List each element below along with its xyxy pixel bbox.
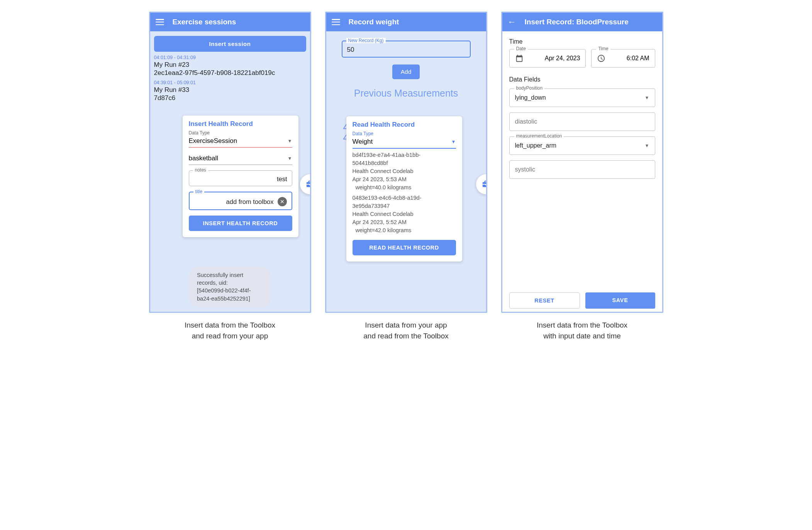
systolic-field[interactable]: systolic xyxy=(509,160,655,179)
exercise-type-value: basketball xyxy=(189,155,219,162)
toolbox-icon xyxy=(306,180,311,189)
toolbox-fab[interactable] xyxy=(300,174,311,194)
toast: Successfully insert records, uid: [540e0… xyxy=(190,267,270,307)
diastolic-placeholder: diastolic xyxy=(515,118,649,125)
appbar: Exercise sessions xyxy=(150,13,310,31)
exercise-type-select[interactable]: basketball ▼ xyxy=(189,153,292,165)
data-type-value: ExerciseSession xyxy=(189,137,237,145)
appbar: Record weight xyxy=(326,13,486,31)
data-type-label: Data Type xyxy=(189,130,292,136)
reset-button[interactable]: RESET xyxy=(509,292,580,309)
card-title: Insert Health Record xyxy=(189,120,292,128)
data-type-select[interactable]: ExerciseSession ▼ xyxy=(189,136,292,148)
appbar-title: Insert Record: BloodPressure xyxy=(525,18,629,26)
record-list: bd4f193e-e7a4-41aa-b1bb-50441b8cd8bf Hea… xyxy=(353,151,456,234)
data-type-value: Weight xyxy=(353,138,373,146)
notes-value: test xyxy=(194,175,287,183)
measurement-location-select[interactable]: measurementLocation left_upper_arm ▼ xyxy=(509,136,655,155)
title-value: add from toolbox xyxy=(194,198,274,206)
insert-health-record-button[interactable]: INSERT HEALTH RECORD xyxy=(189,216,292,231)
appbar: ← Insert Record: BloodPressure xyxy=(502,13,662,31)
phone-screen-1: Exercise sessions Insert session 04:01:0… xyxy=(149,12,311,313)
session-name: My Run #23 xyxy=(154,61,306,69)
session-time: 04:39:01 - 05:09:01 xyxy=(154,80,306,85)
hamburger-icon[interactable] xyxy=(156,19,164,25)
date-value: Apr 24, 2023 xyxy=(528,55,580,62)
session-list: 04:01:09 - 04:31:09 My Run #23 2ec1eaa2-… xyxy=(154,55,306,102)
add-button[interactable]: Add xyxy=(392,65,420,79)
caption: Insert data from the Toolbox with input … xyxy=(537,320,627,341)
time-field[interactable]: Time 6:02 AM xyxy=(591,49,655,68)
previous-heading: Previous Measurements xyxy=(342,88,471,99)
card-title: Read Health Record xyxy=(353,121,456,129)
chevron-down-icon: ▼ xyxy=(645,143,649,148)
session-item[interactable]: 04:39:01 - 05:09:01 My Run #33 7d87c6 xyxy=(154,80,306,102)
title-field[interactable]: title add from toolbox ✕ xyxy=(189,192,292,210)
phone-screen-3: ← Insert Record: BloodPressure Time Date… xyxy=(501,12,663,313)
body-position-select[interactable]: bodyPosition lying_down ▼ xyxy=(509,88,655,107)
new-record-field[interactable]: New Record (Kg) 50 xyxy=(342,41,471,58)
time-value: 6:02 AM xyxy=(610,55,649,62)
read-health-record-card: Read Health Record Data Type Weight ▼ bd… xyxy=(346,116,462,262)
calendar-icon xyxy=(515,54,524,63)
systolic-placeholder: systolic xyxy=(515,166,649,173)
clear-icon[interactable]: ✕ xyxy=(278,197,287,206)
record-item: 0483e193-e4c6-4cb8-a19d-3e95da733947 Hea… xyxy=(353,194,456,234)
insert-health-record-card: Insert Health Record Data Type ExerciseS… xyxy=(183,116,298,237)
data-type-label: Data Type xyxy=(353,131,456,136)
body-position-value: lying_down xyxy=(515,94,645,101)
time-section-label: Time xyxy=(509,38,655,45)
data-fields-section-label: Data Fields xyxy=(509,76,655,83)
phone-screen-2: Record weight New Record (Kg) 50 Add Pre… xyxy=(325,12,487,313)
notes-label: notes xyxy=(193,167,208,173)
caption: Insert data from the Toolbox and read fr… xyxy=(185,320,275,341)
appbar-title: Exercise sessions xyxy=(173,18,236,26)
chevron-down-icon: ▼ xyxy=(645,95,649,100)
toolbox-icon xyxy=(482,180,487,189)
session-item[interactable]: 04:01:09 - 04:31:09 My Run #23 2ec1eaa2-… xyxy=(154,55,306,77)
caption: Insert data from your app and read from … xyxy=(363,320,448,341)
session-uid: 7d87c6 xyxy=(154,94,306,102)
session-uid: 2ec1eaa2-97f5-4597-b908-18221abf019c xyxy=(154,69,306,77)
data-type-select[interactable]: Weight ▼ xyxy=(353,136,456,149)
chevron-down-icon: ▼ xyxy=(451,139,456,144)
back-icon[interactable]: ← xyxy=(508,18,516,26)
chevron-down-icon: ▼ xyxy=(288,138,292,144)
notes-field[interactable]: notes test xyxy=(189,170,292,186)
hamburger-icon[interactable] xyxy=(332,19,340,25)
session-time: 04:01:09 - 04:31:09 xyxy=(154,55,306,60)
date-field[interactable]: Date Apr 24, 2023 xyxy=(509,49,586,68)
session-name: My Run #33 xyxy=(154,86,306,94)
chevron-down-icon: ▼ xyxy=(288,156,292,161)
read-health-record-button[interactable]: READ HEALTH RECORD xyxy=(353,240,456,255)
appbar-title: Record weight xyxy=(349,18,399,26)
new-record-value: 50 xyxy=(347,46,465,54)
new-record-label: New Record (Kg) xyxy=(346,38,386,43)
save-button[interactable]: SAVE xyxy=(585,292,655,309)
clock-icon xyxy=(597,54,605,63)
diastolic-field[interactable]: diastolic xyxy=(509,112,655,131)
record-item: bd4f193e-e7a4-41aa-b1bb-50441b8cd8bf Hea… xyxy=(353,151,456,192)
measurement-location-value: left_upper_arm xyxy=(515,142,645,149)
insert-session-button[interactable]: Insert session xyxy=(154,36,306,52)
title-label: title xyxy=(193,189,205,194)
toolbox-fab[interactable] xyxy=(476,174,487,194)
